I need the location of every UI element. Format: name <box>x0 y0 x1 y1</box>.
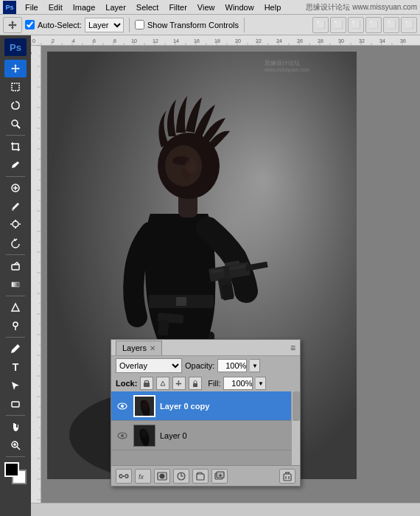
heal-tool[interactable] <box>4 179 27 197</box>
status-bar <box>31 503 420 516</box>
quick-select-tool[interactable] <box>4 115 27 133</box>
layers-scroll-thumb[interactable] <box>293 391 300 421</box>
menu-file[interactable]: File <box>21 2 43 13</box>
history-tool[interactable] <box>4 234 27 252</box>
opacity-label: Opacity: <box>185 361 214 370</box>
opacity-arrow[interactable]: ▼ <box>250 359 260 372</box>
menu-layer[interactable]: Layer <box>101 2 130 13</box>
move-tool-option[interactable] <box>3 17 22 33</box>
transform-label: Show Transform Controls <box>147 21 239 29</box>
fill-input[interactable] <box>223 377 253 390</box>
align-center-h[interactable]: ⬜ <box>330 17 346 33</box>
svg-rect-9 <box>12 282 19 287</box>
svg-text:36: 36 <box>400 38 406 43</box>
fill-arrow[interactable]: ▼ <box>256 377 266 390</box>
foreground-color[interactable] <box>4 462 19 477</box>
tool-separator-4 <box>6 296 25 296</box>
path-select-tool[interactable] <box>4 377 27 394</box>
hand-tool[interactable] <box>4 418 27 436</box>
ruler-left: 0 <box>31 46 41 516</box>
blend-mode-select[interactable]: Normal Dissolve Multiply Screen Overlay … <box>116 358 182 373</box>
shape-tool[interactable] <box>4 395 27 413</box>
svg-text:14: 14 <box>173 38 179 43</box>
layers-list: Layer 0 copy <box>111 391 300 465</box>
svg-text:思缘设计论坛: 思缘设计论坛 <box>264 60 300 66</box>
eyedropper-tool[interactable] <box>4 156 27 174</box>
svg-point-154 <box>121 434 124 437</box>
auto-select-dropdown[interactable]: Layer Group <box>85 18 124 32</box>
tool-separator-2 <box>6 176 25 177</box>
options-toolbar: Auto-Select: Layer Group Show Transform … <box>0 15 420 35</box>
menu-edit[interactable]: Edit <box>44 2 67 13</box>
eraser-tool[interactable] <box>4 257 27 275</box>
layers-scrollbar[interactable] <box>291 391 300 465</box>
auto-select-checkbox[interactable] <box>25 20 35 29</box>
layers-tab-label: Layers <box>122 344 147 352</box>
clone-tool[interactable] <box>4 216 27 234</box>
tool-separator-5 <box>6 337 25 338</box>
text-tool[interactable]: T <box>4 358 27 376</box>
svg-text:32: 32 <box>359 38 365 43</box>
lasso-tool[interactable] <box>4 97 27 114</box>
svg-rect-0 <box>12 83 19 91</box>
pen-tool[interactable] <box>4 340 27 358</box>
align-right[interactable]: ⬜ <box>348 17 364 33</box>
lock-all-btn[interactable] <box>189 377 202 390</box>
fill-label: Fill: <box>208 379 220 388</box>
svg-rect-148 <box>193 383 197 387</box>
gradient-tool[interactable] <box>4 276 27 293</box>
layer-0-copy-visibility[interactable] <box>116 400 129 413</box>
transform-checkbox[interactable] <box>135 20 144 29</box>
layers-panel-close[interactable]: ✕ <box>150 344 155 352</box>
add-group-btn[interactable] <box>192 469 209 484</box>
menu-help[interactable]: Help <box>260 2 286 13</box>
lock-image-btn[interactable] <box>156 377 169 390</box>
link-layers-btn[interactable] <box>116 469 132 484</box>
svg-point-1 <box>12 120 18 126</box>
svg-text:24: 24 <box>276 38 282 43</box>
align-bottom[interactable]: ⬜ <box>401 17 417 33</box>
ruler-top: 0 2 4 6 8 10 12 14 16 18 20 22 24 26 28 … <box>31 35 420 46</box>
opacity-input[interactable] <box>217 359 247 372</box>
svg-rect-162 <box>197 474 204 480</box>
marquee-tool[interactable] <box>4 78 27 96</box>
layer-item-0-copy[interactable]: Layer 0 copy <box>111 391 300 421</box>
layers-lock-row: Lock: <box>111 375 300 391</box>
blur-tool[interactable] <box>4 299 27 316</box>
zoom-tool[interactable] <box>4 436 27 454</box>
svg-text:30: 30 <box>338 38 344 43</box>
lock-move-btn[interactable] <box>172 377 186 390</box>
dodge-tool[interactable] <box>4 317 27 335</box>
svg-rect-167 <box>284 474 291 481</box>
svg-text:28: 28 <box>318 38 323 43</box>
ps-logo-side: Ps <box>4 38 27 56</box>
svg-point-6 <box>12 209 14 211</box>
color-picker[interactable] <box>4 462 27 484</box>
add-adjustment-btn[interactable] <box>173 469 189 484</box>
add-mask-btn[interactable] <box>154 469 170 484</box>
menu-window[interactable]: Window <box>221 2 259 13</box>
delete-layer-btn[interactable] <box>279 469 295 484</box>
layer-fx-btn[interactable]: fx <box>135 469 151 484</box>
menu-image[interactable]: Image <box>69 2 100 13</box>
lock-transparent-btn[interactable] <box>140 377 153 390</box>
align-center-v[interactable]: ⬜ <box>383 17 399 33</box>
move-tool[interactable] <box>4 60 27 77</box>
layers-title-bar: Layers ✕ ≡ <box>111 340 300 356</box>
align-left[interactable]: ⬜ <box>312 17 329 33</box>
left-toolbar: Ps <box>0 35 31 516</box>
menu-select[interactable]: Select <box>132 2 164 13</box>
brush-tool[interactable] <box>4 198 27 215</box>
layers-tab[interactable]: Layers ✕ <box>116 341 162 355</box>
layers-panel-menu[interactable]: ≡ <box>290 343 295 353</box>
menu-view[interactable]: View <box>193 2 220 13</box>
crop-tool[interactable] <box>4 138 27 156</box>
menu-filter[interactable]: Filter <box>164 2 191 13</box>
svg-text:0: 0 <box>32 38 35 43</box>
svg-line-14 <box>17 447 20 450</box>
layer-item-0[interactable]: Layer 0 <box>111 421 300 450</box>
toolbar-separator <box>129 18 130 32</box>
new-layer-btn[interactable] <box>211 469 228 484</box>
layer-0-visibility[interactable] <box>116 429 129 442</box>
align-top[interactable]: ⬜ <box>365 17 382 33</box>
